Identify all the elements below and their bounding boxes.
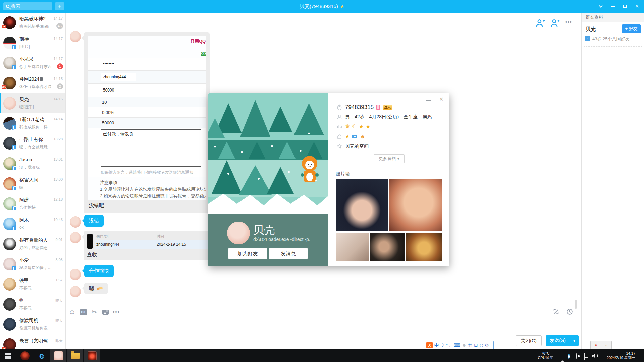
- card-close-button[interactable]: ×: [439, 95, 443, 103]
- message-avatar[interactable]: [70, 31, 81, 42]
- widget-icon: ✦: [594, 343, 598, 348]
- voice-call-icon[interactable]: [535, 19, 545, 28]
- trade-form: 只用QQ: SC 10 0.00% 50000: [88, 36, 206, 200]
- chat-scrollbar[interactable]: [575, 300, 577, 309]
- photo-wall-item[interactable]: [370, 233, 405, 261]
- ime-moon-icon[interactable]: ☽: [440, 343, 444, 348]
- send-message-button[interactable]: 发消息: [269, 248, 308, 259]
- taskbar-diablo-icon[interactable]: [17, 349, 33, 362]
- contact-row[interactable]: 期待 14:17 [图片]: [0, 33, 66, 53]
- contact-row[interactable]: 很有粪量的人 9:01 好的，感谢粪总: [0, 234, 66, 254]
- unread-badge: 1: [57, 63, 63, 69]
- contact-row[interactable]: 小呆呆 14:17 你手里都是好东西 1: [0, 53, 66, 73]
- note-line-2: 2.如果卖方的论坛账号是刚注册或非贵宾账号，交易额大的要谨慎: [100, 193, 206, 199]
- close-chat-button[interactable]: 关闭(C): [516, 335, 542, 346]
- tray-qq-icon[interactable]: [576, 353, 577, 359]
- tray-edge-icon[interactable]: e: [568, 353, 570, 359]
- message-avatar[interactable]: [70, 286, 81, 297]
- start-button[interactable]: [0, 349, 16, 362]
- screenshot-button[interactable]: ✂: [90, 308, 99, 316]
- level-chart-icon: [336, 124, 342, 130]
- contact-row[interactable]: 2K 暗黑破坏神2 14:17 暗黑纯新手:那都 45: [0, 13, 66, 33]
- tray-expand-icon[interactable]: [561, 355, 564, 361]
- member-info: 43岁 25个共同好友: [592, 36, 630, 42]
- contact-row[interactable]: 小爱 8:03 秘境每层的怪，可以自: [0, 254, 66, 274]
- form-value-percent: 0.00%: [102, 110, 114, 115]
- phone-badge: [12, 166, 16, 170]
- tray-volume-icon[interactable]: [592, 353, 598, 358]
- video-call-icon[interactable]: [550, 19, 560, 28]
- message-text: 嗯: [89, 285, 94, 291]
- emoji-button[interactable]: ☺: [68, 308, 76, 316]
- search-input[interactable]: 搜索: [3, 2, 52, 10]
- message-avatar[interactable]: [70, 269, 81, 280]
- ime-logo-icon[interactable]: X: [426, 342, 433, 348]
- qq-icon: [336, 104, 342, 110]
- ime-settings-icon[interactable]: ⚙: [485, 343, 489, 348]
- contact-row[interactable]: 阿木 10:43 ok: [0, 214, 66, 234]
- password-field[interactable]: [101, 60, 136, 68]
- ime-account-icon[interactable]: ☻: [462, 343, 467, 348]
- more-info-button[interactable]: 更多资料 ▾: [374, 154, 405, 163]
- clock[interactable]: 14:17 2024/2/19 星期一: [599, 351, 635, 360]
- close-button[interactable]: ×: [632, 0, 642, 13]
- taskbar-edge-icon[interactable]: e: [34, 349, 50, 362]
- ime-cn-mode[interactable]: 中: [434, 342, 439, 348]
- expand-icon[interactable]: [553, 308, 559, 315]
- tray-widget[interactable]: ✦ ⌄: [590, 341, 612, 349]
- contact-row[interactable]: 2K 粪网2024 14:15 GZF（爆率高才是 2: [0, 73, 66, 93]
- history-clock-icon[interactable]: [566, 308, 573, 315]
- photo-wall-item[interactable]: [406, 233, 442, 261]
- minimize-icon: [611, 6, 615, 7]
- image-button[interactable]: [101, 308, 110, 316]
- form-link-top[interactable]: 只用QQ:: [190, 38, 206, 44]
- add-friend-button[interactable]: 加为好友: [228, 248, 267, 259]
- send-button[interactable]: 发送(S) ▼: [546, 335, 579, 346]
- more-menu-icon[interactable]: •••: [565, 19, 572, 25]
- amount-field[interactable]: [101, 86, 136, 94]
- photo-wall-item[interactable]: [389, 179, 442, 231]
- cpu-temp-widget[interactable]: 76℃ CPU温度: [532, 351, 559, 360]
- taskbar-explorer-icon[interactable]: [67, 349, 83, 362]
- form-link-sc[interactable]: SC: [201, 51, 206, 56]
- show-desktop-button[interactable]: [642, 349, 644, 362]
- maximize-button[interactable]: [620, 0, 630, 13]
- ime-tool-icon[interactable]: ⊡: [474, 343, 478, 348]
- account-field[interactable]: [101, 73, 136, 81]
- contact-row[interactable]: 阿建 12:18 合作愉快: [0, 194, 66, 214]
- photo-wall-item[interactable]: [336, 233, 369, 261]
- contact-row[interactable]: 2K 老冒（文明驾 昨天: [0, 335, 66, 349]
- card-minimize-button[interactable]: [426, 100, 431, 101]
- add-button[interactable]: +: [55, 2, 64, 10]
- send-options-chevron[interactable]: ▼: [570, 339, 579, 343]
- tray-network-icon[interactable]: [584, 354, 585, 360]
- vip-star-icon: ★: [345, 133, 350, 139]
- taskbar-d2-icon[interactable]: [84, 349, 100, 362]
- message-avatar[interactable]: [70, 216, 81, 228]
- taskbar-qq-icon[interactable]: [50, 349, 66, 362]
- add-friend-button[interactable]: + 好友: [622, 24, 641, 33]
- contact-row[interactable]: 1新:1.1老鸡 14:14 我改成跟你一样不就行: [0, 113, 66, 133]
- ime-keyboard-icon[interactable]: ⌨: [454, 343, 460, 348]
- qzone-link[interactable]: 贝壳的空间: [345, 143, 369, 149]
- note-line-1: 1.交易前须让对方在论坛发对应装备的出售贴或用论坛短信联系确认: [100, 186, 206, 192]
- gif-button[interactable]: GIF: [79, 308, 88, 316]
- minimize-button[interactable]: [608, 0, 619, 13]
- contact-row[interactable]: 偷渡司机 昨天 偷渡司机给你发送了一: [0, 314, 66, 335]
- ime-punctuation-icon[interactable]: °，: [446, 342, 452, 348]
- contact-row[interactable]: 铁甲 1:57 不客气: [0, 274, 66, 294]
- message-bubble: 没错: [84, 215, 104, 227]
- ime-simplified[interactable]: 简: [468, 342, 472, 348]
- ime-skin-icon[interactable]: ◎: [479, 343, 483, 348]
- message-avatar[interactable]: [70, 232, 81, 243]
- contact-row[interactable]: ® 昨天 不客气: [0, 294, 66, 314]
- contact-row[interactable]: Jason. 13:01 没，我没玩: [0, 154, 66, 174]
- memo-textarea[interactable]: 已付款，请发货: [101, 129, 201, 167]
- more-tools-button[interactable]: •••: [112, 308, 121, 316]
- photo-wall-item[interactable]: [336, 179, 388, 231]
- menu-chevron-button[interactable]: [596, 0, 606, 13]
- profile-avatar[interactable]: [227, 222, 250, 244]
- contact-row[interactable]: 一路上有你 13:28 嗯，有空就玩玩就行: [0, 133, 66, 154]
- contact-row[interactable]: 祸害人间 13:00 嗯: [0, 174, 66, 194]
- contact-row-selected[interactable]: 贝壳 14:15 嗯[握手]: [0, 93, 66, 113]
